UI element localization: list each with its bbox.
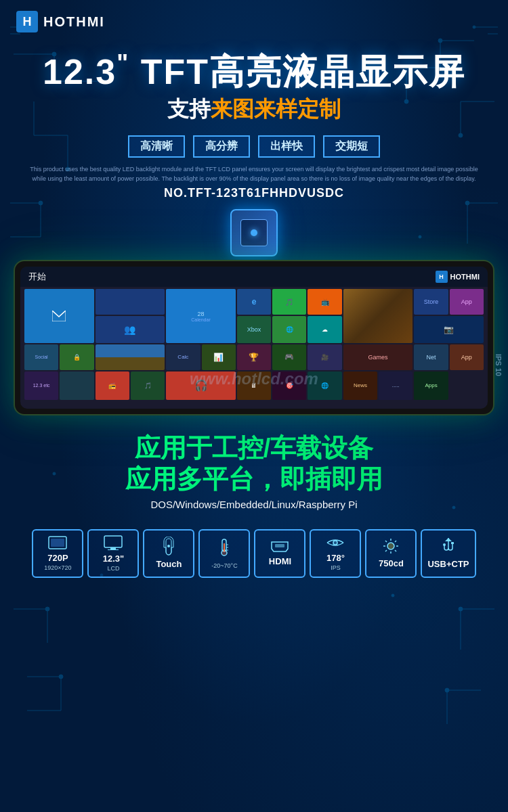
tile-game2: Games: [343, 344, 413, 370]
tile-b8: News: [343, 371, 377, 401]
spec-ips-sub: IPS: [331, 564, 341, 572]
spec-temp: -20~70°C: [198, 529, 250, 578]
tile-b6: 🎯: [272, 371, 306, 401]
app-title2: 应用多平台，即插即用: [14, 464, 494, 495]
header: H HOTHMI: [0, 0, 508, 43]
logo-letter: H: [23, 15, 32, 29]
spec-720p-icon: [48, 536, 67, 552]
spec-720p-sub: 1920×720: [44, 564, 71, 572]
tile-photo2: 📷: [414, 316, 484, 343]
tile-mail: [24, 289, 94, 343]
logo-name: HOTHMI: [43, 14, 105, 30]
logo: H HOTHMI: [16, 11, 105, 32]
monitor-screen: 开始 H HOTHMI 28Calendar: [20, 267, 488, 409]
title-prefix: 支持: [167, 97, 211, 121]
ips-side-label: IPS 10: [494, 354, 503, 376]
tile-orange1: 📺: [308, 289, 341, 315]
svg-line-43: [395, 550, 396, 551]
tile-calc: Calc: [166, 344, 200, 370]
tile-b9: .....: [379, 371, 412, 401]
spec-touch: Touch: [143, 529, 194, 578]
svg-line-42: [385, 541, 387, 542]
tile-onedrive: ☁: [308, 316, 341, 343]
tile-green1: 🎵: [272, 289, 306, 315]
monitor-outer: 开始 H HOTHMI 28Calendar: [14, 260, 494, 415]
title-size: 12.3: [43, 52, 117, 91]
svg-point-28: [167, 545, 170, 547]
svg-point-13: [445, 688, 449, 692]
svg-point-12: [459, 607, 463, 611]
title-highlight: 来图来样定制: [211, 97, 341, 121]
model-number: NO.TFT-123T61FHHDVUSDC: [0, 186, 508, 200]
svg-rect-27: [108, 549, 119, 550]
svg-rect-47: [451, 542, 454, 544]
tile-misc1: Net: [414, 344, 448, 370]
platform-text: DOS/Windows/Embedded/Linux/Raspberry Pi: [14, 499, 494, 510]
spec-temp-icon: [217, 538, 231, 560]
svg-rect-24: [51, 539, 64, 547]
tag-res: 高分辨: [193, 135, 250, 158]
svg-point-36: [333, 541, 337, 545]
svg-point-37: [387, 543, 394, 549]
tile-social2: 🔒: [60, 344, 93, 370]
spec-brightness-label: 750cd: [379, 559, 404, 568]
tile-b7: 🌐: [308, 371, 341, 401]
spec-brightness: 750cd: [365, 529, 417, 578]
spec-ips-label: 178°: [326, 554, 345, 563]
svg-point-11: [59, 675, 63, 679]
title-inch: ": [117, 49, 129, 77]
spec-size-sub: LCD: [107, 565, 119, 572]
svg-line-45: [385, 550, 387, 551]
screen-header: 开始 H HOTHMI: [20, 267, 488, 287]
tag-fast: 出样快: [258, 135, 315, 158]
spec-720p-label: 720P: [47, 554, 68, 563]
tile-calendar: 28Calendar: [166, 289, 236, 343]
chip-dot: [251, 229, 257, 236]
spec-touch-label: Touch: [156, 560, 182, 569]
spec-size-icon: [104, 535, 123, 553]
svg-rect-26: [110, 547, 116, 549]
app-section: 应用于工控/车载设备 应用多平台，即插即用 DOS/Windows/Embedd…: [0, 426, 508, 522]
tile-misc2: App: [450, 344, 484, 370]
tile-green2: Xbox: [237, 316, 271, 343]
spec-ips: 178° IPS: [310, 529, 361, 578]
app-title1: 应用于工控/车载设备: [14, 433, 494, 464]
tile-people: 👥: [96, 316, 165, 343]
title-text1: TFT高亮液晶显示屏: [141, 52, 465, 91]
logo-h-box: H: [16, 11, 38, 32]
spec-row: 720P 1920×720 12.3" LCD: [0, 522, 508, 591]
tile-dark1: Store: [414, 289, 448, 315]
spec-hdmi-icon: [270, 539, 290, 556]
tile-purple1: App: [450, 289, 484, 315]
tile-music: 🎧: [166, 371, 236, 401]
spec-usb: USB+CTP: [421, 529, 475, 578]
tile-b1: 12.3 etc: [24, 371, 58, 401]
tag-row: 高清晰 高分辨 出样快 交期短: [0, 135, 508, 158]
svg-point-46: [443, 543, 446, 546]
tile-social1: Social: [24, 344, 58, 370]
screen-logo: H HOTHMI: [436, 271, 480, 283]
svg-line-44: [395, 541, 396, 542]
title-line2: 支持来图来样定制: [14, 95, 494, 125]
tile-rec: 🎥: [308, 344, 341, 370]
tile-photo1: [343, 289, 413, 343]
tile-b2: [60, 371, 93, 401]
chip-inner: [240, 219, 268, 246]
spec-usb-label: USB+CTP: [427, 560, 469, 569]
tile-b5: 🖥: [237, 371, 271, 401]
screen-start-label: 开始: [28, 271, 46, 283]
monitor-section: 开始 H HOTHMI 28Calendar: [0, 260, 508, 415]
spec-resolution: 720P 1920×720: [32, 529, 83, 578]
chip-area: [0, 206, 508, 260]
spec-hdmi-label: HDMI: [269, 557, 291, 566]
spec-temp-sub: -20~70°C: [211, 562, 237, 570]
tile-ie: e: [237, 289, 271, 315]
tag-short: 交期短: [323, 135, 380, 158]
svg-rect-35: [275, 544, 284, 547]
tile-trophy: 🏆: [237, 344, 271, 370]
spec-ips-icon: [326, 536, 345, 552]
spec-size: 12.3" LCD: [87, 529, 139, 578]
spec-touch-icon: [161, 537, 177, 558]
spec-hdmi: HDMI: [254, 529, 305, 578]
tile-b4: 🎵: [131, 371, 165, 401]
